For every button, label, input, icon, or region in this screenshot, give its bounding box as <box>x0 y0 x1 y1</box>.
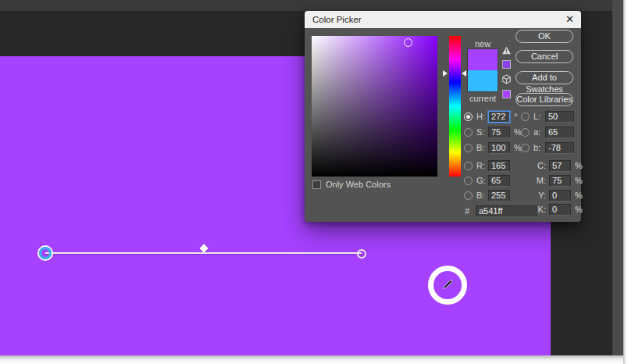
radio-b[interactable] <box>464 144 473 152</box>
screenshot-edge-bottom <box>0 355 623 364</box>
new-swatch-label: new <box>468 39 498 48</box>
gradient-end-point[interactable] <box>357 249 366 259</box>
input-m[interactable] <box>549 175 571 187</box>
field-row-g: G: <box>464 174 510 187</box>
close-icon[interactable]: ✕ <box>566 12 574 27</box>
input-b-rgb[interactable] <box>488 190 510 202</box>
unit-k: % <box>575 205 583 214</box>
only-web-colors-label: Only Web Colors <box>326 180 391 189</box>
only-web-colors-checkbox[interactable] <box>312 180 321 189</box>
current-color-swatch[interactable] <box>468 70 498 91</box>
label-m: M: <box>532 176 546 185</box>
radio-b-lab[interactable] <box>521 144 530 152</box>
field-row-y: Y: % <box>532 189 583 202</box>
radio-r[interactable] <box>464 162 473 170</box>
new-color-swatch <box>468 49 498 70</box>
add-to-swatches-button[interactable]: Add to Swatches <box>516 71 573 84</box>
label-l: L: <box>533 112 545 121</box>
ok-button[interactable]: OK <box>516 30 573 43</box>
input-g[interactable] <box>488 175 510 187</box>
unit-c: % <box>575 161 583 170</box>
new-current-swatch <box>468 49 498 91</box>
label-b: B: <box>476 143 488 152</box>
field-row-hex: # <box>465 205 537 217</box>
hue-slider[interactable] <box>449 36 461 177</box>
hue-slider-arrow-left-icon[interactable] <box>443 70 448 77</box>
gradient-start-point[interactable] <box>39 247 52 259</box>
color-field[interactable] <box>312 36 437 177</box>
label-s: S: <box>476 127 488 137</box>
input-l[interactable] <box>545 111 574 123</box>
eyedropper-cursor-icon <box>441 278 455 291</box>
photoshop-workspace: Color Picker ✕ new current <box>0 0 628 364</box>
unit-h: ° <box>514 112 517 121</box>
field-row-h: H: ° <box>464 110 517 123</box>
input-s[interactable] <box>488 127 510 138</box>
input-b[interactable] <box>488 142 510 154</box>
label-y: Y: <box>532 191 546 200</box>
field-row-b: B: % <box>464 141 522 154</box>
color-picker-dialog: Color Picker ✕ new current <box>305 11 581 222</box>
radio-g[interactable] <box>464 177 473 185</box>
field-row-b-lab: b: <box>521 141 574 154</box>
radio-s[interactable] <box>464 128 473 137</box>
field-row-s: S: % <box>464 126 522 138</box>
label-hex: # <box>465 206 473 216</box>
color-libraries-button[interactable]: Color Libraries <box>516 93 573 106</box>
input-y[interactable] <box>549 190 571 202</box>
only-web-colors-row: Only Web Colors <box>312 180 391 189</box>
dialog-titlebar[interactable]: Color Picker ✕ <box>305 11 581 28</box>
label-b-rgb: B: <box>476 191 488 200</box>
hue-slider-arrow-right-icon[interactable] <box>462 70 466 77</box>
input-a[interactable] <box>545 127 574 138</box>
field-row-m: M: % <box>532 174 583 187</box>
current-swatch-label: current <box>468 94 498 103</box>
input-b-lab[interactable] <box>545 142 574 154</box>
gamut-clipped-swatch[interactable] <box>502 60 511 69</box>
radio-l[interactable] <box>521 112 530 121</box>
panel-edge-strip <box>612 0 623 355</box>
color-field-marker[interactable] <box>404 38 412 47</box>
input-r[interactable] <box>488 160 510 172</box>
label-b-lab: b: <box>533 143 545 152</box>
radio-b-rgb[interactable] <box>464 191 473 200</box>
screenshot-edge-right <box>623 0 628 364</box>
web-safe-swatch[interactable] <box>502 90 511 98</box>
field-row-a: a: <box>521 126 574 138</box>
input-c[interactable] <box>549 160 571 172</box>
field-row-l: L: <box>521 110 574 123</box>
radio-h[interactable] <box>464 112 473 121</box>
input-h[interactable] <box>488 111 510 123</box>
field-row-k: K: % <box>532 203 583 216</box>
field-row-b-rgb: B: <box>464 189 510 202</box>
label-a: a: <box>533 127 545 137</box>
field-row-r: R: <box>464 159 510 172</box>
label-g: G: <box>476 176 488 185</box>
label-r: R: <box>476 161 488 170</box>
label-h: H: <box>476 112 488 121</box>
radio-a[interactable] <box>521 128 530 137</box>
input-hex[interactable] <box>476 205 537 217</box>
unit-m: % <box>575 176 583 185</box>
web-safe-cube-icon[interactable] <box>501 74 512 84</box>
field-row-c: C: % <box>532 159 583 172</box>
gamut-warning-icon[interactable] <box>501 46 512 55</box>
unit-y: % <box>575 191 583 200</box>
dialog-title: Color Picker <box>305 15 362 24</box>
cancel-button[interactable]: Cancel <box>516 50 573 63</box>
input-k[interactable] <box>549 204 571 216</box>
label-k: K: <box>532 205 546 214</box>
options-bar-strip <box>0 0 612 11</box>
label-c: C: <box>532 161 546 170</box>
